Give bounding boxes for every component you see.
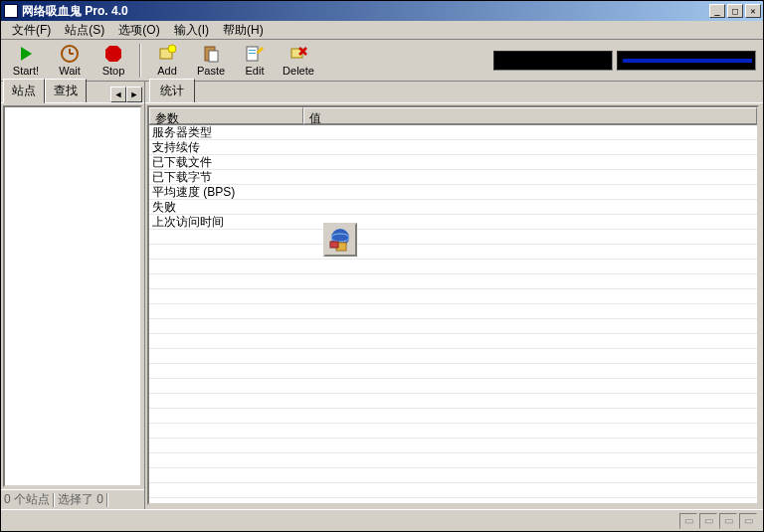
center-app-icon [323,223,357,257]
menu-help[interactable]: 帮助(H) [216,20,271,41]
nav-left-button[interactable]: ◄ [110,87,126,102]
right-tabs: 统计 [145,82,763,103]
menu-site[interactable]: 站点(S) [58,20,111,41]
content-area: 站点 查找 ◄ ► 0 个站点 选择了 0 统计 参数 [1,82,763,509]
list-rows: 服务器类型 支持续传 已下载文件 已下载字节 平均速度 (BPS) 失败 上次访… [149,125,757,503]
edit-button[interactable]: Edit [233,42,277,80]
svg-rect-8 [209,51,218,62]
tab-find[interactable]: 查找 [45,79,87,102]
toolbar-separator [139,44,141,78]
clock-icon [60,44,80,64]
status-bar: ▭ ▭ ▭ ▭ [1,509,763,531]
app-icon [4,4,18,18]
minimize-button[interactable]: _ [709,4,725,18]
svg-rect-11 [249,53,256,54]
site-list[interactable] [3,105,142,487]
add-icon [157,44,177,64]
add-button[interactable]: Add [145,42,189,80]
status-selected-count: 选择了 0 [58,491,103,508]
left-panel: 站点 查找 ◄ ► 0 个站点 选择了 0 [1,82,145,509]
wait-button[interactable]: Wait [48,42,92,80]
param-row[interactable]: 已下载文件 [149,155,757,170]
play-icon [16,44,36,64]
menu-input[interactable]: 输入(I) [167,20,216,41]
svg-marker-0 [21,47,32,61]
left-tabs: 站点 查找 ◄ ► [1,82,144,103]
edit-icon [245,44,265,64]
param-row[interactable]: 支持续传 [149,140,757,155]
param-row[interactable]: 失败 [149,200,757,215]
start-button[interactable]: Start! [4,42,48,80]
title-bar: 网络吸血鬼 Pro. 4.0 _ □ ✕ [1,1,763,21]
stats-list: 参数 值 服务器类型 支持续传 已下载文件 已下载字节 平均速度 (BPS) 失… [147,105,759,505]
svg-point-6 [168,45,176,53]
maximize-button[interactable]: □ [727,4,743,18]
param-row[interactable]: 平均速度 (BPS) [149,185,757,200]
paste-button[interactable]: Paste [189,42,233,80]
param-row[interactable]: 服务器类型 [149,125,757,140]
right-panel: 统计 参数 值 服务器类型 支持续传 已下载文件 已下载字节 平均速度 (BPS… [145,82,763,509]
close-button[interactable]: ✕ [745,4,761,18]
col-value[interactable]: 值 [303,107,757,124]
list-header: 参数 值 [149,107,757,125]
window-controls: _ □ ✕ [709,4,763,18]
param-row[interactable]: 上次访问时间 [149,215,757,230]
tab-nav: ◄ ► [110,87,142,102]
nav-right-button[interactable]: ► [126,87,142,102]
stop-button[interactable]: Stop [92,42,135,80]
statusbar-icon-4[interactable]: ▭ [739,513,757,529]
tab-site[interactable]: 站点 [3,79,45,103]
menu-options[interactable]: 选项(O) [111,20,166,41]
svg-marker-4 [105,46,121,62]
window-title: 网络吸血鬼 Pro. 4.0 [22,3,709,20]
statusbar-icon-1[interactable]: ▭ [679,513,697,529]
delete-button[interactable]: Delete [277,42,320,80]
toolbar: Start! Wait Stop Add Paste Edit Delete [1,40,763,82]
param-row[interactable]: 已下载字节 [149,170,757,185]
menu-file[interactable]: 文件(F) [5,20,58,41]
stop-icon [103,44,123,64]
svg-rect-19 [330,242,338,248]
delete-icon [288,44,308,64]
app-window: 网络吸血鬼 Pro. 4.0 _ □ ✕ 文件(F) 站点(S) 选项(O) 输… [0,0,764,532]
col-param[interactable]: 参数 [149,107,303,124]
menu-bar: 文件(F) 站点(S) 选项(O) 输入(I) 帮助(H) [1,21,763,40]
paste-icon [201,44,221,64]
svg-rect-10 [249,50,256,51]
status-site-count: 0 个站点 [4,491,50,508]
statusbar-icon-3[interactable]: ▭ [719,513,737,529]
status-display-2 [617,51,756,71]
statusbar-icon-2[interactable]: ▭ [699,513,717,529]
left-status: 0 个站点 选择了 0 [1,489,144,509]
status-display-1 [493,51,613,71]
tab-stats[interactable]: 统计 [149,79,195,102]
